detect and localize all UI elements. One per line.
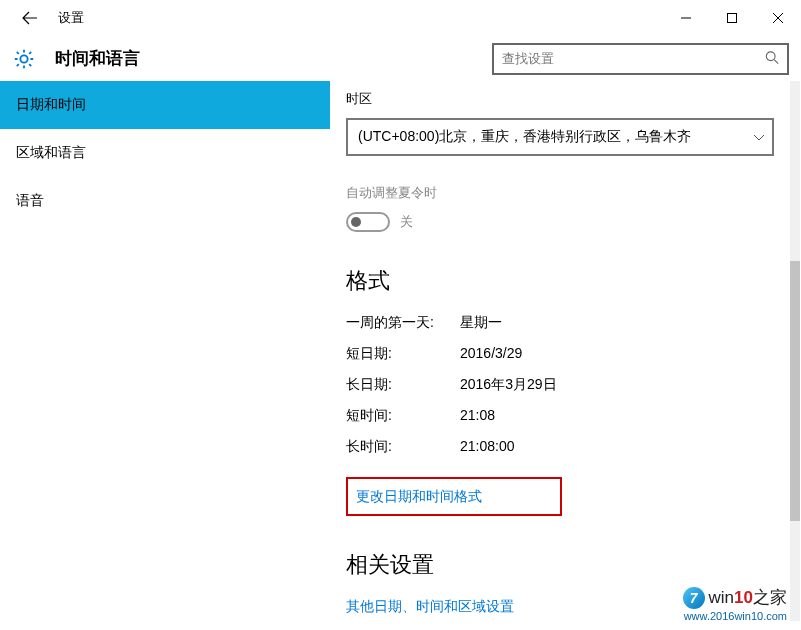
back-arrow-icon — [22, 10, 38, 26]
close-button[interactable] — [755, 0, 801, 36]
search-placeholder: 查找设置 — [502, 50, 554, 68]
toggle-knob — [351, 217, 361, 227]
format-label: 一周的第一天: — [346, 314, 460, 332]
dst-toggle[interactable] — [346, 212, 390, 232]
main-panel: 时区 (UTC+08:00)北京，重庆，香港特别行政区，乌鲁木齐 自动调整夏令时… — [330, 81, 801, 630]
minimize-icon — [681, 13, 691, 23]
page-heading: 时间和语言 — [55, 47, 140, 70]
watermark: 7 win10之家 www.2016win10.com — [683, 586, 787, 622]
window-title: 设置 — [58, 9, 84, 27]
chevron-down-icon — [754, 130, 764, 144]
format-label: 长日期: — [346, 376, 460, 394]
sidebar-item-speech[interactable]: 语音 — [0, 177, 330, 225]
sidebar-item-datetime[interactable]: 日期和时间 — [0, 81, 330, 129]
minimize-button[interactable] — [663, 0, 709, 36]
format-value: 2016年3月29日 — [460, 376, 783, 394]
change-format-link-highlight: 更改日期和时间格式 — [346, 477, 562, 516]
back-button[interactable] — [12, 0, 48, 36]
related-heading: 相关设置 — [346, 550, 783, 580]
sidebar-item-region[interactable]: 区域和语言 — [0, 129, 330, 177]
window-controls — [663, 0, 801, 36]
format-value: 21:08 — [460, 407, 783, 425]
sidebar: 日期和时间 区域和语言 语音 — [0, 81, 330, 630]
close-icon — [773, 13, 783, 23]
format-row: 长日期: 2016年3月29日 — [346, 376, 783, 394]
maximize-icon — [727, 13, 737, 23]
timezone-label: 时区 — [346, 90, 783, 108]
format-label: 短时间: — [346, 407, 460, 425]
maximize-button[interactable] — [709, 0, 755, 36]
scrollbar[interactable] — [790, 81, 800, 621]
change-format-link[interactable]: 更改日期和时间格式 — [356, 488, 482, 506]
header: 时间和语言 查找设置 — [0, 36, 801, 81]
sidebar-item-label: 区域和语言 — [16, 144, 86, 162]
sidebar-item-label: 日期和时间 — [16, 96, 86, 114]
gear-icon — [13, 48, 35, 70]
format-label: 短日期: — [346, 345, 460, 363]
watermark-brand: win10之家 — [709, 586, 787, 609]
format-table: 一周的第一天: 星期一 短日期: 2016/3/29 长日期: 2016年3月2… — [346, 314, 783, 456]
timezone-selected: (UTC+08:00)北京，重庆，香港特别行政区，乌鲁木齐 — [358, 128, 691, 146]
timezone-dropdown[interactable]: (UTC+08:00)北京，重庆，香港特别行政区，乌鲁木齐 — [346, 118, 774, 156]
svg-rect-0 — [728, 13, 737, 22]
format-value: 星期一 — [460, 314, 783, 332]
titlebar: 设置 — [0, 0, 801, 36]
format-value: 21:08:00 — [460, 438, 783, 456]
format-row: 长时间: 21:08:00 — [346, 438, 783, 456]
search-input[interactable]: 查找设置 — [492, 43, 789, 75]
scrollbar-thumb[interactable] — [790, 261, 800, 521]
format-row: 短时间: 21:08 — [346, 407, 783, 425]
watermark-logo-icon: 7 — [683, 587, 705, 609]
dst-label: 自动调整夏令时 — [346, 184, 783, 202]
format-label: 长时间: — [346, 438, 460, 456]
format-row: 短日期: 2016/3/29 — [346, 345, 783, 363]
sidebar-item-label: 语音 — [16, 192, 44, 210]
watermark-url: www.2016win10.com — [683, 610, 787, 622]
format-heading: 格式 — [346, 266, 783, 296]
dst-toggle-state: 关 — [400, 213, 413, 231]
search-icon — [765, 50, 779, 67]
svg-point-1 — [766, 51, 775, 60]
format-row: 一周的第一天: 星期一 — [346, 314, 783, 332]
format-value: 2016/3/29 — [460, 345, 783, 363]
